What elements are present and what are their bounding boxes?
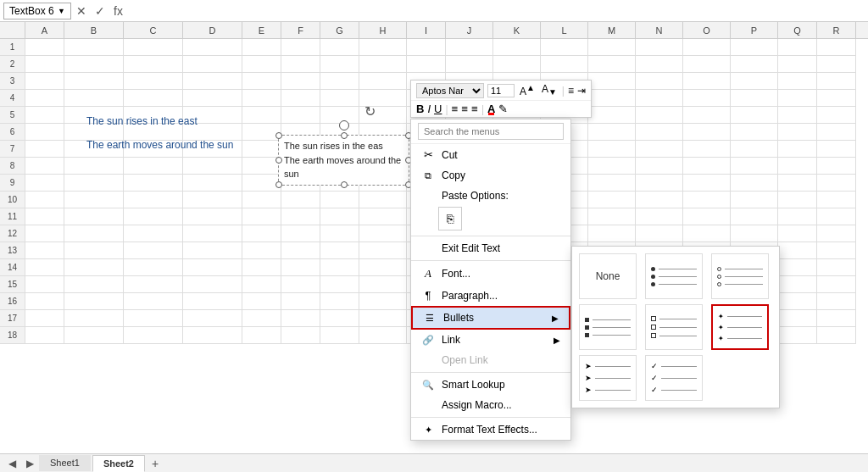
paste-default-icon: ⎘ [447, 212, 453, 225]
col-header-k[interactable]: K [493, 22, 541, 38]
formula-input[interactable] [128, 5, 865, 17]
highlight-button[interactable]: ✎ [498, 103, 508, 115]
bullets-icon: ☰ [423, 313, 437, 324]
fx-icon[interactable]: fx [110, 4, 126, 18]
textbox-edit[interactable]: The sun rises in the eas The earth moves… [278, 135, 409, 186]
font-selector[interactable]: Aptos Nar [416, 83, 484, 98]
col-header-r[interactable]: R [817, 22, 856, 38]
col-header-e[interactable]: E [242, 22, 281, 38]
col-header-l[interactable]: L [541, 22, 588, 38]
resize-handle-ml[interactable] [275, 157, 282, 164]
sheet-tab-sheet1[interactable]: Sheet1 [39, 455, 91, 471]
underline-button[interactable]: U [434, 103, 442, 115]
sheet-nav-next[interactable]: ▶ [21, 456, 39, 471]
cancel-formula-icon[interactable]: ✕ [73, 4, 90, 18]
bullet-circle-outline[interactable] [711, 253, 769, 299]
font-shrink-button[interactable]: A▼ [540, 82, 559, 97]
resize-handle-tm[interactable] [341, 132, 348, 139]
ctx-smart-lookup[interactable]: 🔍 Smart Lookup [411, 375, 570, 395]
sep-2 [411, 260, 570, 261]
font-icon: A [421, 267, 435, 280]
col-header-p[interactable]: P [731, 22, 778, 38]
ctx-paragraph-label: Paragraph... [442, 290, 498, 302]
context-menu-search[interactable] [411, 119, 570, 144]
ctx-paragraph[interactable]: ¶ Paragraph... [411, 285, 570, 306]
context-menu: ✂ Cut ⧉ Copy Paste Options: ⎘ Exit Edit … [410, 119, 571, 441]
font-grow-button[interactable]: A▲ [518, 82, 537, 98]
column-headers: A B C D E F G H I J K L M N O P Q R [0, 22, 868, 39]
col-header-g[interactable]: G [320, 22, 359, 38]
col-header-b[interactable]: B [64, 22, 124, 38]
formula-bar: TextBox 6 ▼ ✕ ✓ fx [0, 0, 868, 22]
link-arrow-icon: ▶ [554, 336, 560, 345]
ctx-font[interactable]: A Font... [411, 263, 570, 285]
sheet-tab-sheet2[interactable]: Sheet2 [92, 455, 145, 472]
font-color-button[interactable]: A [487, 103, 495, 115]
align-center-button[interactable]: ≡ [461, 103, 468, 115]
col-header-j[interactable]: J [446, 22, 493, 38]
bullet-square-outline[interactable] [645, 304, 703, 350]
rotate-icon[interactable]: ↻ [364, 103, 376, 119]
ctx-paste-options-header: Paste Options: [411, 186, 570, 203]
context-menu-search-input[interactable] [418, 123, 564, 140]
paragraph-icon: ¶ [421, 289, 435, 302]
ctx-format-text[interactable]: ✦ Format Text Effects... [411, 419, 570, 440]
ctx-copy-label: Copy [442, 169, 465, 181]
col-header-m[interactable]: M [588, 22, 636, 38]
row-1: 1 [0, 39, 868, 56]
col-header-c[interactable]: C [124, 22, 183, 38]
indent-button[interactable]: ⇥ [577, 85, 586, 97]
align-left-button[interactable]: ≡ [452, 103, 459, 115]
sep-4 [411, 417, 570, 418]
resize-handle-tl[interactable] [275, 132, 282, 139]
bullet-filled-square[interactable] [579, 304, 637, 350]
name-box-dropdown[interactable]: ▼ [58, 7, 65, 15]
textbox-line2: The earth moves around the [284, 153, 403, 168]
ctx-copy[interactable]: ⧉ Copy [411, 165, 570, 186]
font-size-input[interactable] [487, 84, 515, 97]
col-header-i[interactable]: I [407, 22, 446, 38]
col-header-a[interactable]: A [25, 22, 64, 38]
row-2: 2 [0, 56, 868, 73]
ctx-font-label: Font... [442, 268, 470, 280]
rotate-handle[interactable] [339, 120, 349, 130]
sep-1 [411, 236, 570, 236]
bullet-none[interactable]: None [579, 253, 637, 299]
paste-option-default[interactable]: ⎘ [438, 207, 462, 230]
col-header-o[interactable]: O [683, 22, 731, 38]
copy-icon: ⧉ [421, 170, 435, 181]
name-box[interactable]: TextBox 6 ▼ [3, 3, 71, 19]
col-header-d[interactable]: D [183, 22, 242, 38]
ctx-open-link: Open Link [411, 350, 570, 370]
align-button[interactable]: ≡ [568, 85, 574, 97]
col-header-h[interactable]: H [359, 22, 407, 38]
col-header-n[interactable]: N [636, 22, 683, 38]
resize-handle-bm[interactable] [341, 181, 348, 188]
ctx-bullets-label: Bullets [443, 312, 474, 324]
ctx-link[interactable]: 🔗 Link ▶ [411, 330, 570, 350]
ctx-bullets[interactable]: ☰ Bullets ▶ [411, 306, 570, 330]
sheet-nav-prev[interactable]: ◀ [3, 456, 21, 471]
bold-button[interactable]: B [416, 103, 424, 115]
resize-handle-bl[interactable] [275, 181, 282, 188]
italic-button[interactable]: I [427, 103, 431, 115]
bullet-star[interactable]: ✦ ✦ ✦ [711, 304, 769, 350]
ctx-open-link-label: Open Link [442, 354, 488, 366]
col-header-q[interactable]: Q [778, 22, 817, 38]
ctx-paste-label: Paste Options: [442, 190, 509, 202]
col-header-f[interactable]: F [281, 22, 320, 38]
sep-3 [411, 372, 570, 373]
row-num-header [0, 22, 25, 38]
bullets-submenu: None ✦ ✦ ✦ ➤ ➤ ➤ ✓ ✓ ✓ [571, 246, 780, 408]
mini-toolbar: Aptos Nar A▲ A▼ | ≡ ⇥ B I U | ≡ ≡ ≡ | A … [410, 80, 592, 118]
ctx-exit-edit[interactable]: Exit Edit Text [411, 238, 570, 258]
sheet-add-button[interactable]: + [147, 455, 164, 472]
bullet-arrow[interactable]: ➤ ➤ ➤ [579, 355, 637, 401]
ctx-assign-macro[interactable]: Assign Macro... [411, 395, 570, 415]
confirm-formula-icon[interactable]: ✓ [92, 4, 108, 18]
align-right-button[interactable]: ≡ [471, 103, 478, 115]
ctx-cut[interactable]: ✂ Cut [411, 144, 570, 165]
bullet-filled-circle[interactable] [645, 253, 703, 299]
ctx-assign-macro-label: Assign Macro... [442, 399, 512, 411]
bullet-check[interactable]: ✓ ✓ ✓ [645, 355, 703, 401]
